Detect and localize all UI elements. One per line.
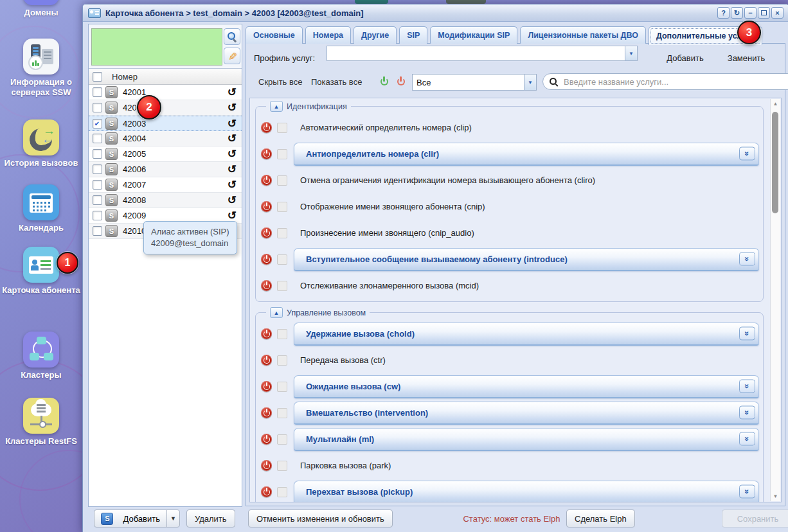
enable-all-icon[interactable]	[379, 76, 390, 87]
collapse-icon[interactable]: ▲	[270, 101, 283, 112]
expand-chevron-icon[interactable]: »	[739, 485, 755, 499]
power-icon[interactable]	[261, 355, 272, 366]
service-checkbox[interactable]	[277, 175, 287, 186]
scrollbar[interactable]: ▲ ▼	[770, 99, 780, 501]
tab-1[interactable]: Основные	[246, 26, 303, 44]
history-icon[interactable]: ↺	[228, 164, 237, 175]
maximize-button[interactable]	[758, 7, 770, 19]
row-checkbox[interactable]	[93, 195, 102, 205]
power-icon[interactable]	[261, 122, 272, 133]
quick-filter-box[interactable]	[91, 28, 222, 66]
edit-button[interactable]: ✎	[224, 48, 240, 64]
power-icon[interactable]	[261, 254, 272, 265]
service-checkbox[interactable]	[277, 382, 287, 392]
power-icon[interactable]	[261, 381, 272, 392]
profile-add-button[interactable]: Добавить	[658, 49, 713, 67]
row-checkbox[interactable]: ✔	[93, 119, 102, 129]
service-search-input[interactable]	[562, 76, 788, 87]
revert-button[interactable]: Отменить изменения и обновить	[248, 510, 393, 528]
profile-replace-button[interactable]: Заменить	[719, 49, 774, 67]
row-checkbox[interactable]	[93, 211, 102, 220]
sidebar-item-call-history[interactable]: →←История вызовов	[0, 120, 82, 168]
service-panel[interactable]: Ожидание вызова (cw)»	[294, 375, 759, 398]
sidebar-item-calendar[interactable]: Календарь	[0, 184, 82, 233]
scroll-down-icon[interactable]: ▼	[771, 492, 780, 501]
power-icon[interactable]	[261, 227, 272, 238]
history-icon[interactable]: ↺	[228, 179, 237, 190]
tab-5[interactable]: Модификации SIP	[430, 26, 517, 44]
history-icon[interactable]: ↺	[228, 210, 237, 221]
service-checkbox[interactable]	[277, 202, 287, 212]
row-checkbox[interactable]	[93, 87, 102, 97]
number-row[interactable]: ✔S42003↺	[89, 116, 242, 131]
service-profile-combobox[interactable]: ▼	[327, 46, 638, 61]
sidebar-item-domains[interactable]: Домены	[0, 0, 82, 18]
expand-chevron-icon[interactable]: »	[739, 432, 755, 446]
power-icon[interactable]	[261, 148, 272, 159]
row-checkbox[interactable]	[93, 226, 102, 236]
row-checkbox[interactable]	[93, 103, 102, 112]
row-checkbox[interactable]	[93, 134, 102, 143]
search-button[interactable]	[224, 28, 240, 45]
service-panel[interactable]: Вступительное сообщение вызываемому абон…	[294, 248, 759, 271]
number-row[interactable]: S42001↺	[89, 85, 242, 100]
refresh-button[interactable]: ↻	[731, 7, 743, 19]
history-icon[interactable]: ↺	[228, 148, 237, 159]
number-row[interactable]: S42005↺	[89, 146, 242, 162]
power-icon[interactable]	[261, 175, 272, 186]
expand-chevron-icon[interactable]: »	[739, 380, 755, 393]
hide-all-button[interactable]: Скрыть все	[258, 77, 302, 87]
service-checkbox[interactable]	[277, 281, 287, 291]
service-checkbox[interactable]	[277, 408, 287, 418]
power-icon[interactable]	[261, 201, 272, 212]
power-icon[interactable]	[261, 486, 272, 497]
service-checkbox[interactable]	[277, 487, 287, 497]
row-checkbox[interactable]	[93, 149, 102, 159]
service-checkbox[interactable]	[277, 329, 287, 339]
number-row[interactable]: S42007↺	[89, 177, 242, 193]
services-filter-combobox[interactable]: Все ▼	[412, 74, 537, 91]
select-all-checkbox[interactable]	[93, 72, 102, 82]
service-checkbox[interactable]	[277, 461, 287, 471]
chevron-down-icon[interactable]: ▼	[524, 75, 536, 90]
tab-2[interactable]: Номера	[305, 26, 351, 44]
row-checkbox[interactable]	[93, 180, 102, 190]
chevron-down-icon[interactable]: ▼	[625, 46, 637, 60]
show-all-button[interactable]: Показать все	[311, 77, 362, 87]
service-search-field[interactable]	[542, 73, 788, 90]
service-panel[interactable]: Антиопределитель номера (clir)»	[294, 143, 759, 166]
number-row[interactable]: S42004↺	[89, 131, 242, 146]
scrollbar-thumb[interactable]	[772, 112, 778, 213]
history-icon[interactable]: ↺	[228, 195, 237, 206]
service-panel[interactable]: Вмешательство (intervention)»	[294, 402, 759, 425]
service-checkbox[interactable]	[277, 228, 287, 238]
tab-4[interactable]: SIP	[399, 26, 427, 44]
help-button[interactable]: ?	[717, 7, 730, 19]
tab-6[interactable]: Лицензионные пакеты ДВО	[520, 26, 646, 44]
power-icon[interactable]	[261, 328, 272, 339]
sidebar-item-clusters[interactable]: Кластеры	[0, 332, 82, 380]
disable-all-icon[interactable]	[395, 76, 406, 87]
window-titlebar[interactable]: Карточка абонента > test_domain > 42003 …	[83, 4, 788, 22]
service-checkbox[interactable]	[277, 434, 287, 445]
power-icon[interactable]	[261, 434, 272, 445]
collapse-icon[interactable]: ▲	[270, 307, 283, 318]
history-icon[interactable]: ↺	[228, 87, 237, 98]
power-icon[interactable]	[261, 460, 272, 471]
service-checkbox[interactable]	[277, 254, 287, 265]
scroll-up-icon[interactable]: ▲	[771, 99, 780, 109]
service-panel[interactable]: Перехват вызова (pickup)»	[294, 481, 759, 502]
tab-3[interactable]: Другие	[354, 26, 397, 44]
make-elph-button[interactable]: Сделать Elph	[566, 510, 635, 528]
expand-chevron-icon[interactable]: »	[739, 327, 755, 341]
service-checkbox[interactable]	[277, 149, 287, 159]
sidebar-item-ssw-info[interactable]: Информация о серверах SSW	[0, 39, 82, 98]
number-row[interactable]: S42008↺	[89, 193, 242, 208]
sidebar-item-clusters-restfs[interactable]: Кластеры RestFS	[0, 398, 82, 447]
number-row[interactable]: S42002↺	[89, 100, 242, 116]
service-checkbox[interactable]	[277, 355, 287, 366]
minimize-button[interactable]: −	[744, 7, 757, 19]
history-icon[interactable]: ↺	[228, 118, 237, 129]
power-icon[interactable]	[261, 407, 272, 418]
row-checkbox[interactable]	[93, 164, 102, 174]
